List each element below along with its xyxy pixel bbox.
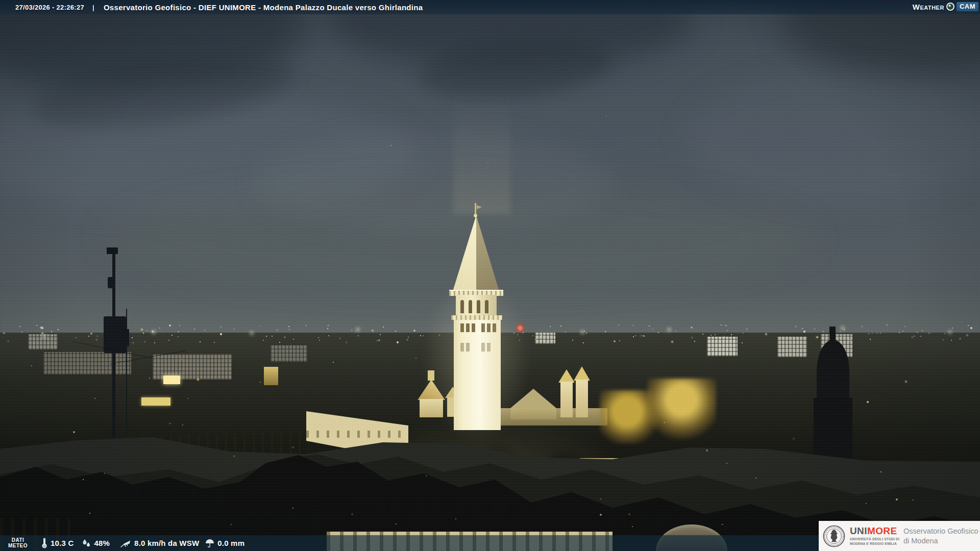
vignette	[0, 0, 980, 551]
rain-reading: 0.0 mm	[205, 538, 244, 548]
unimore-wordmark: UNIMORE UNIVERSITÀ DEGLI STUDI DI MODENA…	[850, 526, 899, 545]
observatory-name: Osservatorio Geofisico di Modena	[903, 527, 978, 546]
weathercam-weather-text: Weather	[913, 3, 944, 11]
rain-value: 0.0 mm	[217, 539, 244, 547]
datetime-text: 27/03/2026 - 22:26:27	[15, 4, 84, 11]
humidity-value: 48%	[94, 539, 110, 547]
dati-meteo-label: DATI METEO	[8, 538, 28, 549]
unimore-logo-box: UNIMORE UNIVERSITÀ DEGLI STUDI DI MODENA…	[819, 521, 980, 551]
top-info-bar: 27/03/2026 - 22:26:27 | Osservatorio Geo…	[0, 0, 980, 14]
rain-umbrella-icon	[205, 538, 215, 548]
unimore-subtitle-line1: UNIVERSITÀ DEGLI STUDI DI	[850, 537, 899, 541]
wind-value: 8.0 km/h da WSW	[134, 539, 199, 547]
unimore-seal-icon	[823, 525, 845, 547]
unimore-uni-text: UNI	[850, 525, 867, 536]
weathercam-cam-badge: CAM	[957, 2, 978, 11]
unimore-more-text: MORE	[867, 525, 897, 536]
webcam-title: Osservatorio Geofisico - DIEF UNIMORE - …	[104, 3, 423, 12]
webcam-frame: 27/03/2026 - 22:26:27 | Osservatorio Geo…	[0, 0, 980, 551]
thermometer-icon	[41, 538, 48, 549]
humidity-reading: 48%	[81, 538, 110, 548]
separator: |	[92, 4, 94, 11]
weathercam-logo: Weather CAM	[913, 2, 978, 11]
wind-reading: 8.0 km/h da WSW	[119, 538, 199, 548]
unimore-subtitle-line2: MODENA E REGGIO EMILIA	[850, 542, 899, 546]
wind-anemometer-icon	[119, 538, 132, 548]
camera-lens-icon	[946, 3, 954, 11]
humidity-drops-icon	[81, 538, 91, 548]
temperature-value: 10.3 C	[51, 539, 74, 547]
temperature-reading: 10.3 C	[41, 538, 74, 549]
